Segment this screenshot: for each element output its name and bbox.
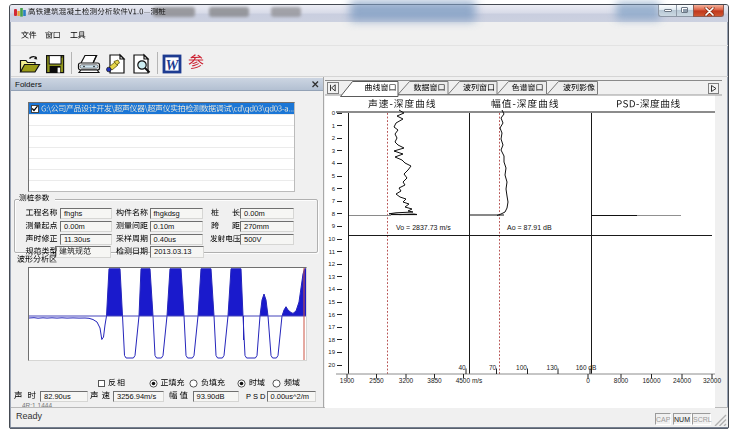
svg-text:W: W [166, 57, 180, 73]
